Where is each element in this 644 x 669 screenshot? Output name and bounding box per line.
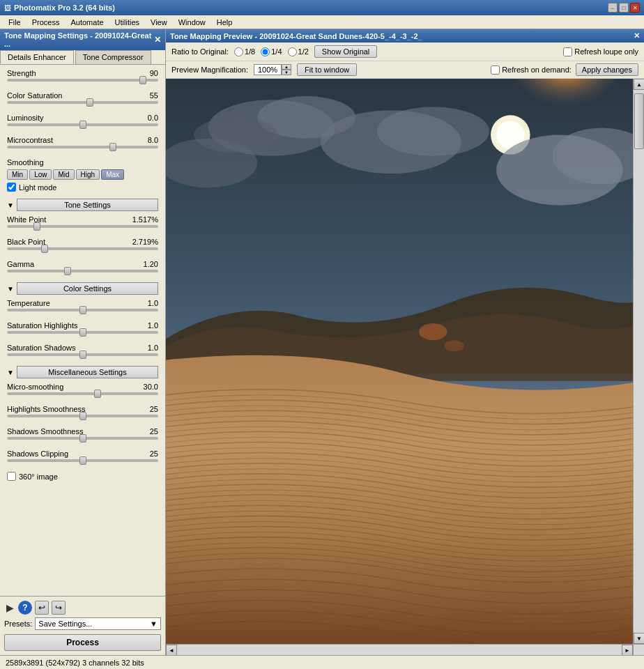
menu-help[interactable]: Help [211,17,238,28]
color-saturation-thumb[interactable] [86,98,93,107]
smooth-btn-high[interactable]: High [76,169,100,180]
tone-settings-arrow[interactable]: ▼ [7,201,14,209]
apply-changes-button[interactable]: Apply changes [576,63,638,76]
ratio-1-2-label[interactable]: 1/2 [288,47,309,56]
highlights-smoothness-thumb[interactable] [79,412,86,420]
panorama-label[interactable]: 360° image [19,472,58,481]
saturation-highlights-thumb[interactable] [79,328,86,337]
luminosity-thumb[interactable] [79,121,86,129]
tab-details-enhancer[interactable]: Details Enhancer [0,50,74,64]
color-settings-btn[interactable]: Color Settings [17,282,158,295]
smoothing-buttons: Min Low Mid High Max [7,169,158,180]
black-point-track[interactable] [7,247,158,250]
refresh-loupe-label[interactable]: Refresh loupe only [563,47,638,56]
panorama-checkbox[interactable] [7,472,16,481]
fit-window-button[interactable]: Fit to window [297,63,357,76]
mag-down-button[interactable]: ▼ [282,70,291,75]
light-mode-checkbox[interactable] [7,183,16,192]
shadows-smoothness-track[interactable] [7,437,158,440]
ratio-1-2-radio[interactable] [288,47,297,56]
menu-automate[interactable]: Automate [65,17,109,28]
shadows-smoothness-thumb[interactable] [79,434,86,443]
microcontrast-track[interactable] [7,146,158,148]
minimize-button[interactable]: – [608,3,618,13]
title-bar: 🖼 Photomatix Pro 3.2 (64 bits) – □ ✕ [0,0,644,15]
mag-up-button[interactable]: ▲ [282,64,291,70]
menu-window[interactable]: Window [173,17,211,28]
undo-button[interactable]: ↩ [35,601,49,615]
menu-process[interactable]: Process [26,17,66,28]
smooth-btn-max[interactable]: Max [101,169,124,180]
gamma-thumb[interactable] [64,267,71,275]
process-button[interactable]: Process [4,634,161,651]
luminosity-value: 0.0 [148,114,158,122]
strength-track[interactable] [7,79,158,82]
ratio-1-4-text: 1/4 [271,47,282,56]
white-point-track[interactable] [7,225,158,228]
luminosity-track[interactable] [7,123,158,126]
misc-settings-arrow[interactable]: ▼ [7,369,14,376]
saturation-shadows-thumb[interactable] [79,351,86,359]
refresh-loupe-checkbox[interactable] [563,47,572,56]
scroll-up-button[interactable]: ▲ [634,79,644,90]
maximize-button[interactable]: □ [619,3,629,13]
presets-dropdown[interactable]: Save Settings... ▼ [35,617,161,630]
tab-tone-compressor[interactable]: Tone Compressor [75,50,151,64]
highlights-smoothness-track[interactable] [7,415,158,417]
scroll-right-button[interactable]: ► [622,645,633,655]
micro-smoothing-track[interactable] [7,392,158,395]
color-saturation-track[interactable] [7,101,158,104]
menu-utilities[interactable]: Utilities [109,17,145,28]
gamma-value: 1.20 [144,260,158,268]
saturation-shadows-track[interactable] [7,353,158,356]
black-point-row: Black Point 2.719% [7,238,158,250]
refresh-demand-checkbox[interactable] [491,66,500,75]
scroll-down-button[interactable]: ▼ [634,633,644,644]
panel-close-button[interactable]: ✕ [154,35,161,45]
play-button[interactable]: ▶ [4,602,15,613]
help-button[interactable]: ? [18,601,32,615]
horizontal-scrollbar[interactable]: ◄ ► [166,644,633,655]
close-button[interactable]: ✕ [630,3,640,13]
temperature-track[interactable] [7,309,158,312]
light-mode-label[interactable]: Light mode [19,183,56,192]
gamma-track[interactable] [7,270,158,272]
shadows-clipping-thumb[interactable] [79,456,86,465]
preview-close-icon[interactable]: ✕ [634,31,640,40]
black-point-thumb[interactable] [41,245,48,253]
presets-label: Presets: [4,620,32,628]
vertical-scroll-thumb[interactable] [634,93,644,149]
strength-thumb[interactable] [139,76,146,84]
white-point-thumb[interactable] [33,222,40,231]
ratio-1-8-label[interactable]: 1/8 [234,47,255,56]
ratio-1-8-radio[interactable] [234,47,243,56]
saturation-shadows-label: Saturation Shadows [7,344,75,352]
smooth-btn-min[interactable]: Min [7,169,28,180]
scroll-left-button[interactable]: ◄ [166,645,177,655]
menu-file[interactable]: File [3,17,26,28]
shadows-clipping-track[interactable] [7,459,158,462]
saturation-shadows-value: 1.0 [148,344,158,352]
misc-settings-btn[interactable]: Miscellaneous Settings [17,366,158,378]
smooth-btn-mid[interactable]: Mid [53,169,74,180]
presets-arrow-icon: ▼ [150,620,158,628]
window-title: Photomatix Pro 3.2 (64 bits) [14,3,115,12]
ratio-1-4-label[interactable]: 1/4 [261,47,282,56]
magnification-input[interactable] [254,64,282,75]
refresh-demand-label[interactable]: Refresh on demand: [491,66,572,75]
status-text: 2589x3891 (524x792) 3 channels 32 bits [6,659,144,667]
strength-row: Strength 90 [7,69,158,82]
micro-smoothing-thumb[interactable] [94,390,101,398]
redo-button[interactable]: ↪ [52,601,66,615]
smooth-btn-low[interactable]: Low [29,169,52,180]
show-original-button[interactable]: Show Original [314,45,377,58]
saturation-shadows-row: Saturation Shadows 1.0 [7,344,158,356]
saturation-highlights-track[interactable] [7,331,158,334]
menu-view[interactable]: View [145,17,173,28]
vertical-scrollbar[interactable]: ▲ ▼ [633,79,644,644]
microcontrast-thumb[interactable] [109,143,116,151]
tone-settings-btn[interactable]: Tone Settings [17,199,158,211]
temperature-thumb[interactable] [79,306,86,314]
color-settings-arrow[interactable]: ▼ [7,285,14,293]
ratio-1-4-radio[interactable] [261,47,270,56]
